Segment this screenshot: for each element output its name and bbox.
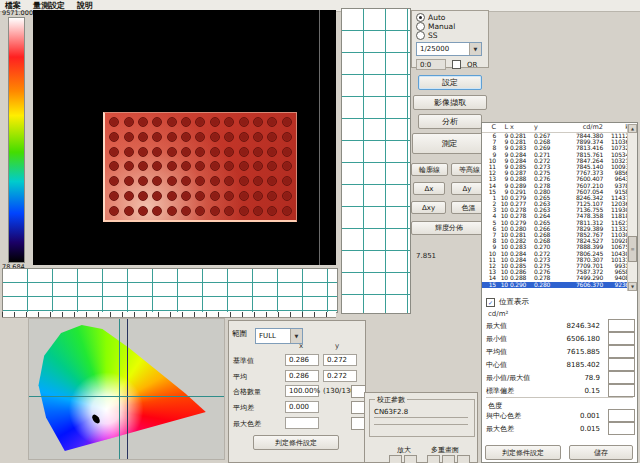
position-display-label: 位置表示 <box>499 297 529 307</box>
stat-result-box <box>608 358 635 371</box>
scroll-up-icon[interactable]: ▲ <box>628 124 637 133</box>
measurement-point <box>152 117 162 127</box>
stat-row: 與中心色差0.001 <box>482 409 639 422</box>
reference-label: 基準值 <box>233 356 254 366</box>
manual-radio[interactable] <box>416 22 425 31</box>
calibration-panel: 校正參數 CN63F2.8 放大 多重畫面 <box>364 392 478 463</box>
measurement-point <box>124 147 134 157</box>
measurement-point <box>253 147 263 157</box>
manual-radio-row[interactable]: Manual <box>416 22 484 31</box>
reference-x-field[interactable]: 0.286 <box>285 354 319 366</box>
ss-radio-row[interactable]: SS <box>416 31 484 40</box>
average-y-field[interactable]: 0.272 <box>323 370 357 382</box>
measurement-point <box>282 117 292 127</box>
measurement-point <box>267 147 277 157</box>
luminance-distribution-button[interactable]: 輝度分佈 <box>411 221 487 235</box>
average-x-field[interactable]: 0.286 <box>285 370 319 382</box>
cie-chromaticity-diagram[interactable] <box>31 321 219 455</box>
chevron-down-icon[interactable]: ▼ <box>469 43 481 55</box>
lens-entry[interactable]: CN63F2.8 <box>374 408 468 418</box>
delta-y-button[interactable]: Δy <box>451 182 483 195</box>
zoom-button-1[interactable] <box>389 455 402 463</box>
multi-screen-button-2[interactable] <box>442 455 455 463</box>
cursor-line[interactable] <box>319 10 320 265</box>
measurement-point <box>253 132 263 142</box>
ss-label: SS <box>428 31 438 40</box>
measurement-point <box>109 132 119 142</box>
range-select[interactable]: FULL ▼ <box>255 328 303 344</box>
measured-panel-image[interactable] <box>103 112 297 222</box>
measurement-point <box>282 132 292 142</box>
range-judge-condition-button[interactable]: 判定條件設定 <box>253 435 339 450</box>
col-k: k <box>603 123 629 132</box>
save-button[interactable]: 儲存 <box>569 445 633 460</box>
crosshair-vertical-dark <box>127 319 128 459</box>
measurement-point <box>138 132 148 142</box>
image-viewport[interactable] <box>33 10 336 265</box>
table-cell: 10 <box>498 282 510 288</box>
auto-radio-row[interactable]: Auto <box>416 13 484 22</box>
measure-button[interactable]: 測定 <box>412 133 487 154</box>
stat-row: 最大色差0.015 <box>482 422 639 435</box>
measurement-point <box>239 191 249 201</box>
gain-field[interactable]: 0:0 <box>416 59 446 70</box>
position-display-row[interactable]: ✓ 位置表示 <box>486 297 529 307</box>
measurement-point <box>124 161 134 171</box>
measurement-point <box>181 117 191 127</box>
measurement-point <box>195 147 205 157</box>
average-label: 平均 <box>233 372 247 382</box>
shutter-select[interactable]: 1/25000 ▼ <box>416 42 482 56</box>
col-cdm2: cd/m2 <box>558 123 603 132</box>
zoom-button-2[interactable] <box>404 455 417 463</box>
chroma-stats-list: 與中心色差0.001最大色差0.015 <box>482 409 639 435</box>
measurement-point <box>239 176 249 186</box>
stat-result-box <box>608 319 635 332</box>
measurement-point <box>124 206 134 216</box>
measurement-point <box>181 206 191 216</box>
table-cell: 9236 <box>603 282 629 288</box>
app-window: 檔案 量測設定 說明 9571.000 78.684 7.851 Auto Ma… <box>0 0 640 463</box>
measurement-point <box>167 147 177 157</box>
ss-radio[interactable] <box>416 31 425 40</box>
judge-condition-button[interactable]: 判定條件設定 <box>485 445 561 460</box>
position-display-checkbox[interactable]: ✓ <box>486 298 495 307</box>
chromaticity-panel <box>28 318 225 460</box>
auto-label: Auto <box>428 13 445 22</box>
multi-screen-button-3[interactable] <box>457 455 470 463</box>
measurement-point <box>109 206 119 216</box>
scrollbar-thumb[interactable]: ≡ <box>628 236 637 262</box>
analyze-button[interactable]: 分析 <box>418 114 482 129</box>
y-column-header: y <box>335 342 339 350</box>
delta-x-button[interactable]: Δx <box>413 182 445 195</box>
divider <box>486 397 633 398</box>
multi-screen-label: 多重畫面 <box>431 445 459 455</box>
scroll-down-icon[interactable]: ▼ <box>628 282 637 291</box>
measurement-point <box>224 176 234 186</box>
profile-button[interactable]: 輪廓線 <box>411 163 448 176</box>
stats-list: 最大值8246.342最小值6506.180平均值7615.885中心值8185… <box>482 319 639 397</box>
or-checkbox[interactable] <box>452 60 461 69</box>
exposure-groupbox: Auto Manual SS 1/25000 ▼ 0:0 OR <box>411 10 489 68</box>
capture-button[interactable]: 影像擷取 <box>413 95 487 110</box>
setup-button[interactable]: 設定 <box>418 75 482 90</box>
measurement-point <box>152 147 162 157</box>
auto-radio[interactable] <box>416 13 425 22</box>
table-row[interactable]: 15100.2900.2807606.3709236 <box>482 282 637 288</box>
reference-y-field[interactable]: 0.272 <box>323 354 357 366</box>
measurement-point <box>138 206 148 216</box>
measurement-point <box>282 206 292 216</box>
stat-label: 最大值 <box>486 321 507 331</box>
col-c: C <box>484 123 498 132</box>
chevron-down-icon[interactable]: ▼ <box>290 329 302 343</box>
data-panel: C L x y cd/m2 k 690.2810.2677844.3801111… <box>481 122 638 463</box>
multi-screen-button-1[interactable] <box>427 455 440 463</box>
delta-xy-button[interactable]: Δxy <box>411 201 446 214</box>
pass-percent-field: 100.00% <box>285 385 319 397</box>
measurement-point <box>282 147 292 157</box>
measurement-point <box>224 206 234 216</box>
stat-value: 8246.342 <box>550 322 600 330</box>
measurement-point <box>253 176 263 186</box>
table-scrollbar[interactable]: ▲ ≡ ▼ <box>627 124 637 291</box>
measurement-point <box>109 117 119 127</box>
stat-value: 0.15 <box>550 387 600 395</box>
